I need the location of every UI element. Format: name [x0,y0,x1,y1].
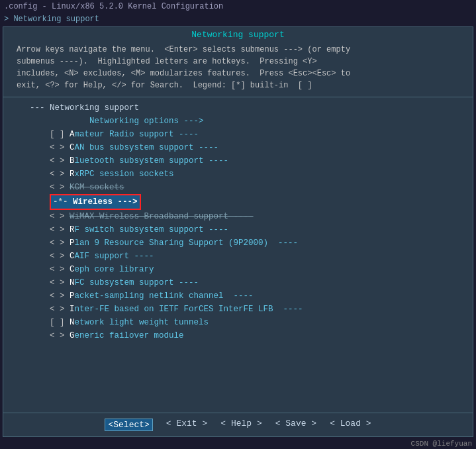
load-button[interactable]: < Load > [330,419,371,431]
menu-item-rxrpc[interactable]: < > RxRPC session sockets [30,168,473,181]
bottom-buttons: <Select>< Exit >< Help >< Save >< Load > [3,413,473,436]
watermark: CSDN @liefyuan [0,438,476,449]
menu-area: --- Networking support Networking option… [3,97,473,413]
menu-item-section[interactable]: --- Networking support [30,101,473,115]
select-button[interactable]: <Select> [105,419,152,431]
menu-item-wimax[interactable]: < > WiMAX Wireless Broadband support ---… [30,210,473,223]
title-text: .config - Linux/x86 5.2.0 Kernel Configu… [4,2,223,11]
menu-item-nfc[interactable]: < > NFC subsystem support ---- [30,276,473,289]
menu-item-kcm[interactable]: < > KCM sockets [30,181,473,194]
help-text: Arrow keys navigate the menu. <Enter> se… [3,41,473,97]
menu-item-wireless[interactable]: -*- Wireless ---> [30,194,473,210]
breadcrumb-text: > Networking support [4,15,99,24]
menu-item-packet-sampling[interactable]: < > Packet-sampling netlink channel ---- [30,289,473,303]
help-line: submenus ----). Highlighted letters are … [17,56,459,68]
main-container: Networking support Arrow keys navigate t… [3,26,473,437]
help-line: exit, <?> for Help, </> for Search. Lege… [17,79,459,91]
menu-item-plan9[interactable]: < > Plan 9 Resource Sharing Support (9P2… [30,236,473,250]
menu-item-generic-failover[interactable]: < > Generic failover module [30,329,473,342]
menu-item-bluetooth[interactable]: < > Bluetooth subsystem support ---- [30,154,473,168]
exit-button[interactable]: < Exit > [166,419,207,431]
save-button[interactable]: < Save > [275,419,316,431]
help-button[interactable]: < Help > [220,419,262,431]
dialog-title: Networking support [3,27,473,41]
breadcrumb: > Networking support [0,13,476,25]
menu-item-rf-switch[interactable]: < > RF switch subsystem support ---- [30,223,473,236]
menu-item-ceph[interactable]: < > Ceph core library [30,263,473,276]
menu-item-inter-fe[interactable]: < > Inter-FE based on IETF ForCES InterF… [30,303,473,316]
menu-item-can-bus[interactable]: < > CAN bus subsystem support ---- [30,141,473,154]
menu-item-caif[interactable]: < > CAIF support ---- [30,250,473,263]
help-line: Arrow keys navigate the menu. <Enter> se… [17,44,459,56]
title-bar: .config - Linux/x86 5.2.0 Kernel Configu… [0,0,476,13]
help-line: includes, <N> excludes, <M> modularizes … [17,68,459,79]
menu-item-amateur-radio[interactable]: [ ] Amateur Radio support ---- [30,128,473,141]
menu-item-networking-options[interactable]: Networking options ---> [30,115,473,128]
menu-item-network-light[interactable]: [ ] Network light weight tunnels [30,316,473,329]
